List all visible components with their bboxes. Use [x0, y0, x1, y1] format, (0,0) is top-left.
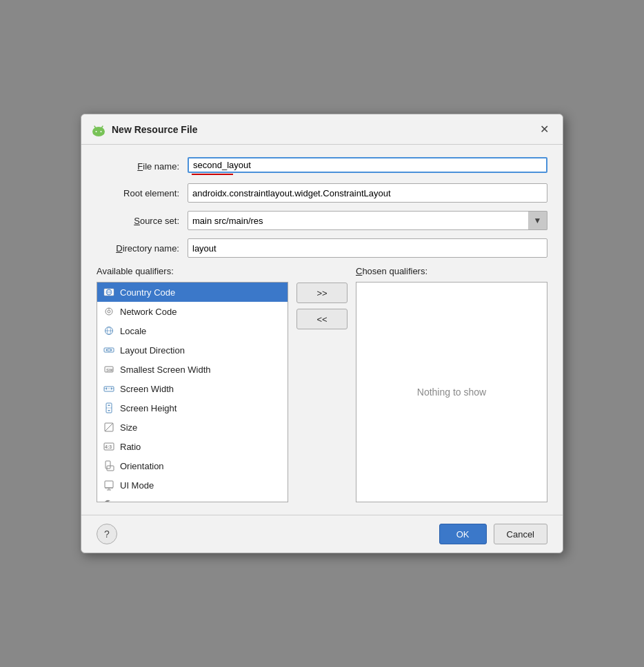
qualifier-label: Network Code	[120, 307, 177, 317]
file-name-input-wrap	[188, 157, 547, 175]
source-set-label: Source set:	[97, 216, 179, 226]
help-button[interactable]: ?	[97, 524, 117, 544]
qualifier-item-locale[interactable]: Locale	[97, 321, 288, 340]
qualifier-label: Orientation	[120, 461, 164, 471]
qualifier-item-ui-mode[interactable]: UI Mode	[97, 475, 288, 495]
qualifier-label: Ratio	[120, 442, 141, 452]
svg-marker-19	[110, 349, 112, 351]
qualifier-item-ratio[interactable]: 4:3 Ratio	[97, 437, 288, 456]
size-icon	[103, 421, 115, 433]
cancel-button[interactable]: Cancel	[494, 524, 547, 544]
qualifier-item-screen-width[interactable]: Screen Width	[97, 379, 288, 398]
dialog-body: File name: Root element: Source set: mai…	[81, 145, 563, 515]
svg-text:SW: SW	[106, 368, 113, 372]
close-button[interactable]: ✕	[536, 121, 553, 137]
svg-rect-36	[105, 481, 113, 488]
nothing-to-show-text: Nothing to show	[417, 387, 486, 398]
qualifier-item-network-code[interactable]: Network Code	[97, 302, 288, 321]
night-mode-icon	[103, 498, 115, 502]
add-qualifier-button[interactable]: >>	[296, 283, 348, 303]
ratio-icon: 4:3	[103, 440, 115, 453]
svg-point-11	[108, 310, 110, 313]
country-code-icon	[103, 286, 115, 298]
qualifier-item-screen-height[interactable]: Screen Height	[97, 398, 288, 418]
qualifier-label: Night Mode	[120, 500, 165, 503]
new-resource-file-dialog: New Resource File ✕ File name: Root elem…	[81, 114, 563, 553]
file-name-label: File name:	[97, 161, 179, 172]
svg-marker-29	[108, 410, 110, 411]
title-bar: New Resource File ✕	[81, 114, 563, 145]
chosen-qualifiers-wrap: Chosen qualifiers: Nothing to show	[356, 266, 547, 502]
svg-point-3	[101, 131, 102, 132]
qualifier-label: Screen Height	[120, 403, 177, 413]
arrows-column: >> <<	[296, 266, 348, 329]
directory-name-input[interactable]	[188, 238, 547, 258]
title-bar-left: New Resource File	[91, 122, 198, 137]
qualifier-item-smallest-screen-width[interactable]: SW Smallest Screen Width	[97, 360, 288, 379]
qualifiers-row: Available qualifiers: Country Code	[97, 266, 547, 502]
available-qualifiers-wrap: Available qualifiers: Country Code	[97, 266, 288, 502]
svg-rect-34	[105, 461, 110, 469]
svg-text:4:3: 4:3	[105, 444, 112, 449]
qualifier-label: Locale	[120, 326, 146, 336]
network-code-icon	[103, 305, 115, 318]
screen-width-icon	[103, 382, 115, 395]
directory-name-label: Directory name:	[97, 243, 179, 254]
svg-rect-22	[104, 387, 114, 391]
qualifier-label: Smallest Screen Width	[120, 365, 211, 375]
qualifier-item-orientation[interactable]: Orientation	[97, 456, 288, 475]
source-set-select[interactable]: main src/main/res	[188, 211, 547, 230]
chosen-qualifiers-box: Nothing to show	[356, 282, 547, 502]
available-qualifiers-label: Available qualifiers:	[97, 266, 288, 276]
available-qualifiers-list: Country Code Network Code	[97, 282, 288, 502]
qualifier-item-size[interactable]: Size	[97, 418, 288, 437]
svg-marker-28	[108, 404, 110, 406]
svg-line-31	[105, 423, 113, 431]
root-element-input[interactable]	[188, 183, 547, 203]
svg-marker-25	[111, 387, 112, 390]
footer-right: OK Cancel	[439, 524, 547, 544]
source-set-wrap: main src/main/res ▼	[188, 211, 547, 230]
qualifier-item-country-code[interactable]: Country Code	[97, 283, 288, 302]
qualifiers-section: Available qualifiers: Country Code	[97, 266, 547, 502]
root-element-row: Root element:	[97, 183, 547, 203]
layout-direction-icon	[103, 344, 115, 356]
svg-point-2	[96, 131, 97, 132]
qualifier-label: Country Code	[120, 287, 175, 298]
directory-name-row: Directory name:	[97, 238, 547, 258]
red-underline	[192, 174, 233, 175]
root-element-label: Root element:	[97, 188, 179, 198]
remove-qualifier-button[interactable]: <<	[296, 309, 348, 329]
qualifier-label: Screen Width	[120, 384, 174, 394]
file-name-row: File name:	[97, 157, 547, 175]
svg-line-4	[94, 126, 96, 128]
source-set-row: Source set: main src/main/res ▼	[97, 211, 547, 230]
dialog-footer: ? OK Cancel	[81, 515, 563, 553]
svg-rect-1	[93, 130, 104, 134]
svg-marker-24	[105, 387, 107, 390]
locale-icon	[103, 325, 115, 337]
ui-mode-icon	[103, 479, 115, 491]
orientation-icon	[103, 460, 115, 472]
qualifier-label: Layout Direction	[120, 345, 185, 356]
qualifier-label: Size	[120, 422, 137, 433]
qualifier-item-layout-direction[interactable]: Layout Direction	[97, 340, 288, 360]
ok-button[interactable]: OK	[439, 524, 487, 544]
android-icon	[91, 122, 106, 137]
smallest-screen-width-icon: SW	[103, 363, 115, 376]
file-name-input[interactable]	[188, 157, 547, 173]
svg-marker-18	[105, 349, 108, 351]
qualifier-item-night-mode[interactable]: Night Mode	[97, 495, 288, 502]
dialog-title: New Resource File	[112, 124, 198, 135]
svg-line-5	[101, 126, 103, 128]
chosen-qualifiers-label: Chosen qualifiers:	[356, 266, 547, 276]
qualifier-label: UI Mode	[120, 480, 154, 491]
screen-height-icon	[103, 402, 115, 414]
